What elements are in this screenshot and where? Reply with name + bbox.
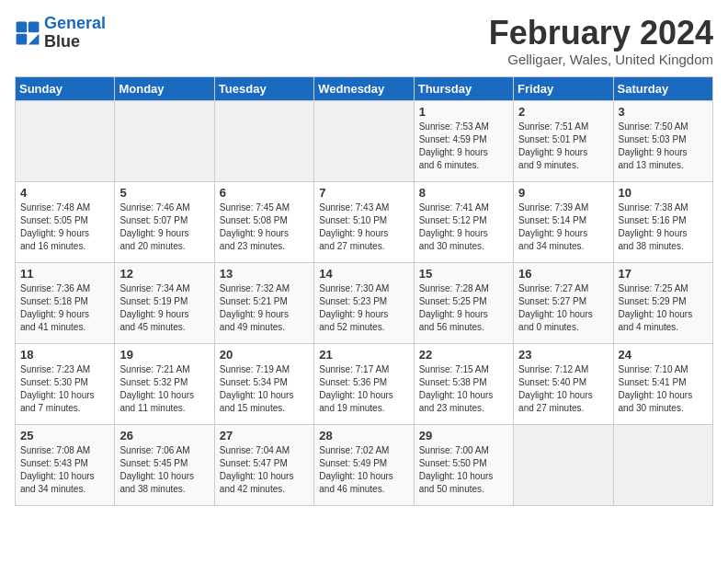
day-info: Sunrise: 7:36 AM Sunset: 5:18 PM Dayligh… (20, 282, 109, 334)
logo-text: General Blue (44, 15, 106, 52)
day-info: Sunrise: 7:46 AM Sunset: 5:07 PM Dayligh… (119, 201, 209, 253)
calendar-cell: 17Sunrise: 7:25 AM Sunset: 5:29 PM Dayli… (613, 262, 712, 343)
calendar-cell: 26Sunrise: 7:06 AM Sunset: 5:45 PM Dayli… (115, 424, 214, 505)
calendar-cell: 15Sunrise: 7:28 AM Sunset: 5:25 PM Dayli… (414, 262, 513, 343)
svg-rect-1 (28, 21, 40, 32)
day-info: Sunrise: 7:45 AM Sunset: 5:08 PM Dayligh… (220, 201, 309, 253)
day-info: Sunrise: 7:12 AM Sunset: 5:40 PM Dayligh… (518, 363, 608, 415)
day-number: 18 (20, 348, 109, 362)
logo-icon (15, 20, 40, 46)
day-number: 6 (220, 186, 309, 200)
calendar-body: 1Sunrise: 7:53 AM Sunset: 4:59 PM Daylig… (16, 100, 713, 505)
calendar-week-4: 18Sunrise: 7:23 AM Sunset: 5:30 PM Dayli… (16, 343, 713, 424)
calendar-cell: 21Sunrise: 7:17 AM Sunset: 5:36 PM Dayli… (314, 343, 414, 424)
weekday-header-thursday: Thursday (414, 76, 513, 100)
day-info: Sunrise: 7:21 AM Sunset: 5:32 PM Dayligh… (119, 363, 209, 415)
calendar-cell (214, 100, 313, 181)
day-number: 27 (220, 429, 309, 442)
calendar-cell: 29Sunrise: 7:00 AM Sunset: 5:50 PM Dayli… (414, 424, 513, 505)
calendar-cell: 5Sunrise: 7:46 AM Sunset: 5:07 PM Daylig… (115, 181, 214, 262)
day-info: Sunrise: 7:25 AM Sunset: 5:29 PM Dayligh… (619, 282, 708, 334)
page-header: General Blue February 2024 Gelligaer, Wa… (15, 15, 713, 67)
calendar-cell (314, 100, 414, 181)
day-info: Sunrise: 7:39 AM Sunset: 5:14 PM Dayligh… (518, 201, 608, 253)
day-number: 21 (319, 348, 408, 362)
calendar-cell (115, 100, 214, 181)
day-info: Sunrise: 7:51 AM Sunset: 5:01 PM Dayligh… (518, 121, 608, 172)
calendar-table: SundayMondayTuesdayWednesdayThursdayFrid… (15, 76, 713, 506)
day-info: Sunrise: 7:38 AM Sunset: 5:16 PM Dayligh… (619, 201, 708, 253)
day-number: 17 (619, 267, 708, 281)
day-number: 9 (518, 186, 608, 200)
calendar-cell (514, 424, 613, 505)
day-info: Sunrise: 7:19 AM Sunset: 5:34 PM Dayligh… (220, 363, 309, 415)
day-number: 10 (619, 186, 708, 200)
day-info: Sunrise: 7:48 AM Sunset: 5:05 PM Dayligh… (20, 201, 109, 253)
title-area: February 2024 Gelligaer, Wales, United K… (489, 15, 713, 67)
day-number: 11 (20, 267, 109, 281)
location-subtitle: Gelligaer, Wales, United Kingdom (489, 52, 713, 67)
day-info: Sunrise: 7:43 AM Sunset: 5:10 PM Dayligh… (319, 201, 408, 253)
calendar-cell: 20Sunrise: 7:19 AM Sunset: 5:34 PM Dayli… (214, 343, 313, 424)
day-info: Sunrise: 7:15 AM Sunset: 5:38 PM Dayligh… (419, 363, 508, 415)
weekday-header-row: SundayMondayTuesdayWednesdayThursdayFrid… (16, 76, 713, 100)
day-info: Sunrise: 7:32 AM Sunset: 5:21 PM Dayligh… (220, 282, 309, 334)
calendar-week-3: 11Sunrise: 7:36 AM Sunset: 5:18 PM Dayli… (16, 262, 713, 343)
calendar-cell: 25Sunrise: 7:08 AM Sunset: 5:43 PM Dayli… (16, 424, 115, 505)
day-number: 7 (319, 186, 408, 200)
day-info: Sunrise: 7:00 AM Sunset: 5:50 PM Dayligh… (419, 444, 508, 496)
day-number: 28 (319, 429, 408, 442)
day-number: 13 (220, 267, 309, 281)
calendar-cell: 14Sunrise: 7:30 AM Sunset: 5:23 PM Dayli… (314, 262, 414, 343)
calendar-cell: 3Sunrise: 7:50 AM Sunset: 5:03 PM Daylig… (613, 100, 712, 181)
calendar-cell (16, 100, 115, 181)
day-number: 4 (20, 186, 109, 200)
day-number: 1 (419, 105, 508, 119)
calendar-cell: 11Sunrise: 7:36 AM Sunset: 5:18 PM Dayli… (16, 262, 115, 343)
day-number: 2 (518, 105, 608, 119)
day-number: 23 (518, 348, 608, 362)
day-info: Sunrise: 7:50 AM Sunset: 5:03 PM Dayligh… (619, 121, 708, 172)
calendar-cell: 8Sunrise: 7:41 AM Sunset: 5:12 PM Daylig… (414, 181, 513, 262)
calendar-cell: 9Sunrise: 7:39 AM Sunset: 5:14 PM Daylig… (514, 181, 613, 262)
day-info: Sunrise: 7:34 AM Sunset: 5:19 PM Dayligh… (119, 282, 209, 334)
day-info: Sunrise: 7:27 AM Sunset: 5:27 PM Dayligh… (518, 282, 608, 334)
day-number: 24 (619, 348, 708, 362)
calendar-cell: 2Sunrise: 7:51 AM Sunset: 5:01 PM Daylig… (514, 100, 613, 181)
day-info: Sunrise: 7:53 AM Sunset: 4:59 PM Dayligh… (419, 121, 508, 172)
calendar-header: SundayMondayTuesdayWednesdayThursdayFrid… (16, 76, 713, 100)
calendar-cell: 4Sunrise: 7:48 AM Sunset: 5:05 PM Daylig… (16, 181, 115, 262)
calendar-cell: 10Sunrise: 7:38 AM Sunset: 5:16 PM Dayli… (613, 181, 712, 262)
calendar-cell: 12Sunrise: 7:34 AM Sunset: 5:19 PM Dayli… (115, 262, 214, 343)
day-number: 14 (319, 267, 408, 281)
weekday-header-friday: Friday (514, 76, 613, 100)
day-info: Sunrise: 7:30 AM Sunset: 5:23 PM Dayligh… (319, 282, 408, 334)
day-number: 16 (518, 267, 608, 281)
day-info: Sunrise: 7:08 AM Sunset: 5:43 PM Dayligh… (20, 444, 109, 496)
weekday-header-saturday: Saturday (613, 76, 712, 100)
calendar-cell: 7Sunrise: 7:43 AM Sunset: 5:10 PM Daylig… (314, 181, 414, 262)
day-number: 5 (119, 186, 209, 200)
day-info: Sunrise: 7:17 AM Sunset: 5:36 PM Dayligh… (319, 363, 408, 415)
weekday-header-tuesday: Tuesday (214, 76, 313, 100)
svg-rect-0 (17, 21, 28, 32)
calendar-cell: 6Sunrise: 7:45 AM Sunset: 5:08 PM Daylig… (214, 181, 313, 262)
day-number: 12 (119, 267, 209, 281)
svg-rect-2 (17, 34, 28, 45)
weekday-header-sunday: Sunday (16, 76, 115, 100)
day-number: 20 (220, 348, 309, 362)
day-number: 26 (119, 429, 209, 442)
calendar-cell: 22Sunrise: 7:15 AM Sunset: 5:38 PM Dayli… (414, 343, 513, 424)
calendar-cell: 27Sunrise: 7:04 AM Sunset: 5:47 PM Dayli… (214, 424, 313, 505)
day-info: Sunrise: 7:41 AM Sunset: 5:12 PM Dayligh… (419, 201, 508, 253)
calendar-week-1: 1Sunrise: 7:53 AM Sunset: 4:59 PM Daylig… (16, 100, 713, 181)
day-number: 15 (419, 267, 508, 281)
day-number: 19 (119, 348, 209, 362)
svg-marker-3 (28, 34, 40, 45)
calendar-cell (613, 424, 712, 505)
calendar-cell: 16Sunrise: 7:27 AM Sunset: 5:27 PM Dayli… (514, 262, 613, 343)
calendar-cell: 18Sunrise: 7:23 AM Sunset: 5:30 PM Dayli… (16, 343, 115, 424)
day-number: 25 (20, 429, 109, 442)
day-number: 8 (419, 186, 508, 200)
day-info: Sunrise: 7:06 AM Sunset: 5:45 PM Dayligh… (119, 444, 209, 496)
